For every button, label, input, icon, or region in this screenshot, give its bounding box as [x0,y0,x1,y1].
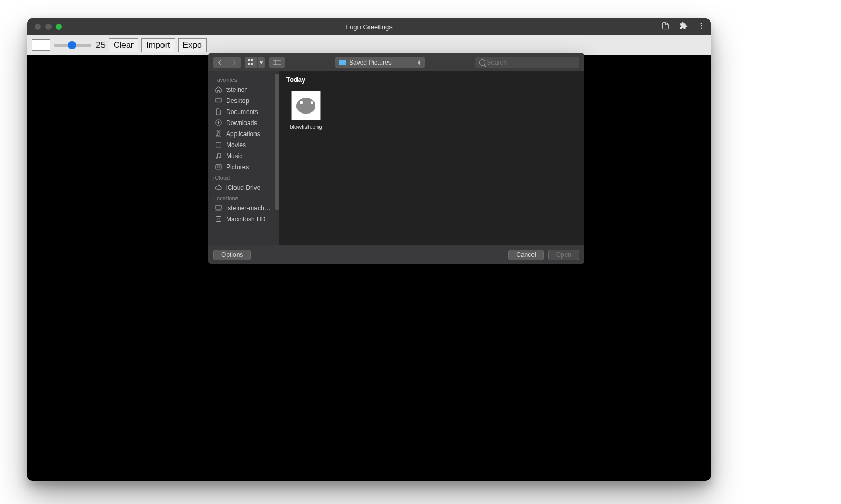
dialog-body: Favorites tsteiner Desktop Documents Dow… [208,71,584,245]
sidebar-item-label: tsteiner-macb… [226,204,271,212]
close-window-button[interactable] [35,24,41,30]
sidebar-item-label: Applications [226,130,260,138]
file-grid: blowfish.png [280,86,584,135]
sidebar-item-disk[interactable]: Macintosh HD [208,213,279,224]
svg-rect-5 [248,63,250,65]
view-segment [245,57,265,68]
sidebar-item-label: Movies [226,141,246,149]
svg-rect-17 [216,165,221,169]
sidebar-item-music[interactable]: Music [208,150,279,161]
svg-rect-3 [248,59,250,61]
app-toolbar: 25 Clear Import Expo [27,35,711,55]
icon-view-button[interactable] [245,57,258,68]
sidebar-item-downloads[interactable]: Downloads [208,117,279,128]
search-field[interactable] [475,57,579,68]
svg-rect-21 [216,217,221,222]
document-icon[interactable] [661,22,670,32]
titlebar-actions [661,22,705,32]
svg-rect-12 [216,142,221,147]
sidebar-item-icloud-drive[interactable]: iCloud Drive [208,182,279,193]
sidebar-item-pictures[interactable]: Pictures [208,161,279,172]
sidebar-scrollbar[interactable] [275,74,279,210]
sidebar-item-home[interactable]: tsteiner [208,84,279,95]
sidebar-item-label: Documents [226,108,258,116]
color-swatch[interactable] [32,39,50,51]
location-label: Saved Pictures [349,59,392,66]
sidebar-item-label: Music [226,152,242,160]
extensions-icon[interactable] [679,22,688,32]
file-thumbnail [291,91,321,120]
sidebar-item-label: Downloads [226,119,257,127]
sidebar-item-applications[interactable]: Applications [208,128,279,139]
svg-point-18 [218,166,220,168]
back-button[interactable] [213,57,227,68]
nav-segment [213,57,241,68]
cancel-button[interactable]: Cancel [508,250,543,260]
forward-button[interactable] [227,57,241,68]
slider-value: 25 [96,40,106,50]
search-input[interactable] [487,59,575,66]
sidebar-item-computer[interactable]: tsteiner-macb… [208,202,279,213]
brush-size-slider[interactable] [54,44,91,47]
blowfish-icon [296,98,315,114]
svg-rect-9 [216,98,221,102]
svg-point-15 [216,157,218,159]
search-icon [479,59,485,66]
sidebar-item-label: Desktop [226,97,249,105]
svg-point-22 [218,218,220,220]
svg-rect-4 [251,59,253,61]
svg-point-0 [701,23,702,24]
dialog-footer: Options Cancel Open [208,245,584,264]
dialog-content: Today blowfish.png [280,71,584,245]
svg-point-16 [219,157,221,158]
export-button[interactable]: Expo [178,38,207,52]
locations-header: Locations [208,193,279,202]
sidebar-item-label: tsteiner [226,86,247,94]
view-dropdown-button[interactable] [258,57,265,68]
chevron-updown-icon: ▲▼ [417,60,422,65]
titlebar: Fugu Greetings [27,18,711,35]
folder-icon [339,60,346,65]
sidebar-item-label: Macintosh HD [226,215,265,223]
icloud-header: iCloud [208,172,279,182]
dialog-toolbar: Saved Pictures ▲▼ [208,53,584,71]
sidebar-item-documents[interactable]: Documents [208,106,279,117]
file-open-dialog: Saved Pictures ▲▼ Favorites tsteiner Des… [208,53,584,264]
favorites-header: Favorites [208,75,279,84]
minimize-window-button[interactable] [45,24,52,30]
svg-rect-6 [251,63,253,65]
svg-point-1 [701,25,702,26]
sidebar-item-desktop[interactable]: Desktop [208,95,279,106]
window-title: Fugu Greetings [27,23,711,31]
clear-button[interactable]: Clear [109,38,138,52]
location-dropdown[interactable]: Saved Pictures ▲▼ [335,57,425,68]
content-section-header: Today [280,71,584,86]
group-button[interactable] [269,57,285,68]
import-button[interactable]: Import [141,38,175,52]
menu-dots-icon[interactable] [697,22,705,32]
sidebar-item-label: iCloud Drive [226,184,260,191]
open-button[interactable]: Open [548,250,579,260]
svg-rect-7 [273,60,281,65]
maximize-window-button[interactable] [56,24,62,30]
options-button[interactable]: Options [213,250,251,260]
file-name: blowfish.png [287,124,325,130]
slider-thumb[interactable] [68,41,76,49]
svg-point-2 [701,27,702,28]
traffic-lights [27,24,62,30]
file-item[interactable]: blowfish.png [287,91,325,130]
sidebar-item-label: Pictures [226,163,249,171]
svg-rect-19 [216,205,221,209]
app-window: Fugu Greetings 25 Clear Import Expo [27,18,711,481]
dialog-sidebar: Favorites tsteiner Desktop Documents Dow… [208,71,280,245]
sidebar-item-movies[interactable]: Movies [208,139,279,150]
